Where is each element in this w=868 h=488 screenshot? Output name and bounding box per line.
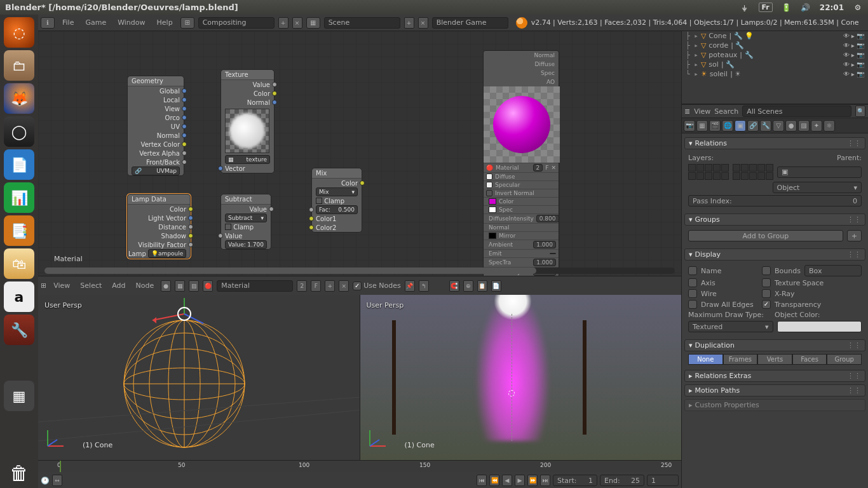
material-browse-icon[interactable]: 🔴: [203, 280, 213, 292]
system-settings-icon[interactable]: 🔧: [4, 315, 34, 345]
snap-icon[interactable]: 🧲: [449, 280, 459, 292]
steam-icon[interactable]: ◯: [4, 116, 34, 147]
view3d-right[interactable]: User Persp (1) Cone ▣ View Select Add Ob…: [360, 295, 682, 488]
tab-physics-icon[interactable]: ⚛: [824, 120, 835, 132]
panel-custom-props[interactable]: ▸Custom Properties: [684, 399, 865, 411]
panel-duplication[interactable]: ▾Duplication⋮⋮: [684, 339, 865, 351]
scene-select[interactable]: Scene: [324, 17, 400, 29]
check-wire[interactable]: [688, 289, 697, 298]
tab-render-layers-icon[interactable]: ▦: [696, 120, 708, 132]
trash-icon[interactable]: 🗑: [4, 458, 34, 488]
node-output[interactable]: Normal Diffuse Spec AO 🔴Material2F✕ Diff…: [483, 50, 559, 276]
tab-particles-icon[interactable]: ✦: [811, 120, 822, 132]
material-users[interactable]: 2: [297, 280, 307, 292]
screen-delete-button[interactable]: ×: [292, 17, 302, 29]
check-xray[interactable]: [762, 289, 771, 298]
scene-add-button[interactable]: +: [404, 17, 414, 29]
jump-start-icon[interactable]: ⏮: [477, 475, 487, 486]
node-subtract[interactable]: Subtract Value Subtract▾ Clamp Value Val…: [220, 194, 271, 250]
menu-file[interactable]: File: [58, 18, 78, 27]
wifi-icon[interactable]: ⏚: [740, 3, 750, 12]
shader-type-icon[interactable]: ●: [161, 280, 171, 292]
keyboard-layout[interactable]: Fr: [759, 3, 773, 12]
unlink-button[interactable]: ×: [339, 280, 349, 292]
menu-add[interactable]: Add: [109, 281, 128, 290]
node-title[interactable]: Geometry: [128, 76, 184, 86]
panel-relations-extras[interactable]: ▸Relations Extras⋮⋮: [684, 370, 865, 382]
blend-op[interactable]: Mix▾: [316, 187, 358, 196]
menu-help[interactable]: Help: [153, 18, 177, 27]
impress-icon[interactable]: 📑: [4, 215, 34, 246]
tab-object-icon[interactable]: ▣: [735, 120, 746, 132]
texture-select[interactable]: ▦texture: [225, 155, 270, 164]
sync-icon[interactable]: ↔: [52, 475, 62, 486]
node-texture[interactable]: Texture Value Color Normal ▦texture Vect…: [220, 69, 275, 173]
viewport-canvas[interactable]: User Persp (1) Cone: [360, 295, 682, 471]
panel-relations[interactable]: ▾Relations⋮⋮: [684, 137, 865, 149]
scene-delete-button[interactable]: ×: [418, 17, 428, 29]
amazon-icon[interactable]: a: [4, 281, 34, 312]
node-canvas[interactable]: Geometry Global Local View Orco UV Norma…: [38, 31, 681, 276]
layers-grid[interactable]: [688, 164, 729, 180]
paste-nodes-icon[interactable]: 📄: [491, 280, 501, 292]
copy-nodes-icon[interactable]: 📋: [477, 280, 487, 292]
panel-display[interactable]: ▾Display⋮⋮: [684, 248, 865, 261]
check-axis[interactable]: [688, 278, 697, 287]
check-texspace[interactable]: [762, 278, 771, 287]
tab-scene-icon[interactable]: 🎬: [709, 120, 721, 132]
step-fwd-icon[interactable]: ⏩: [527, 475, 538, 486]
tab-world-icon[interactable]: 🌐: [722, 120, 733, 132]
pin-icon[interactable]: 📌: [405, 280, 415, 292]
node-editor[interactable]: Geometry Global Local View Orco UV Norma…: [38, 31, 681, 295]
menu-select[interactable]: Select: [77, 281, 105, 290]
check-drawedges[interactable]: [688, 300, 697, 309]
check-transparency[interactable]: [762, 300, 771, 309]
layers-grid[interactable]: [733, 164, 773, 180]
firefox-icon[interactable]: 🦊: [4, 83, 34, 114]
panel-motion-paths[interactable]: ▸Motion Paths⋮⋮: [684, 384, 865, 396]
texture-type-icon[interactable]: ▨: [189, 280, 199, 292]
writer-icon[interactable]: 📄: [4, 149, 34, 180]
add-to-group-button[interactable]: Add to Group: [688, 230, 843, 241]
properties-body[interactable]: ▾Relations⋮⋮ Layers:Parent: ▣ Object▾ Pa…: [682, 133, 868, 488]
start-frame[interactable]: Start:1: [553, 475, 597, 486]
duplication-buttons[interactable]: None Frames Verts Faces Group: [688, 354, 862, 365]
current-frame[interactable]: 1: [647, 475, 679, 486]
horizontal-scrollbar[interactable]: [44, 268, 675, 274]
max-draw-type[interactable]: Textured▾: [688, 321, 773, 332]
screen-browse-icon[interactable]: ⊞: [180, 17, 194, 29]
scene-browse-icon[interactable]: ▦: [306, 17, 320, 29]
compositing-type-icon[interactable]: ▦: [175, 280, 185, 292]
uvmap-field[interactable]: 🔗UVMap: [132, 166, 180, 175]
volume-icon[interactable]: 🔊: [801, 3, 811, 12]
tab-render-icon[interactable]: 📷: [684, 120, 695, 132]
software-center-icon[interactable]: 🛍: [4, 248, 34, 279]
outliner-item[interactable]: ├ ▸▽poteaux| 🔧👁 ▸ 📷: [682, 50, 868, 60]
node-geometry[interactable]: Geometry Global Local View Orco UV Norma…: [127, 76, 184, 176]
playhead[interactable]: [60, 461, 61, 472]
dash-icon[interactable]: ◌: [4, 17, 34, 48]
screen-add-button[interactable]: +: [278, 17, 288, 29]
tab-data-icon[interactable]: ▽: [773, 120, 784, 132]
outliner-item[interactable]: ├ ▸▽corde| 🔧👁 ▸ 📷: [682, 41, 868, 50]
check-name[interactable]: [688, 266, 697, 275]
material-select[interactable]: Material: [217, 280, 293, 292]
files-icon[interactable]: 🗀: [4, 50, 34, 81]
check-bounds[interactable]: [762, 266, 771, 275]
calc-icon[interactable]: 📊: [4, 182, 34, 213]
outliner-filter[interactable]: All Scenes: [742, 105, 851, 117]
node-mix[interactable]: Mix Color Mix▾ Clamp Fac:0.500 Color1 Co…: [311, 168, 362, 233]
filter-icon[interactable]: 🔍: [855, 105, 865, 117]
add-button[interactable]: +: [325, 280, 335, 292]
outliner-item[interactable]: ├ ▸▽Cone| 🔧 💡👁 ▸ 📷: [682, 31, 868, 41]
app-icon[interactable]: ▦: [4, 381, 34, 411]
settings-gear-icon[interactable]: ⚙: [853, 3, 863, 12]
menu-view[interactable]: View: [50, 281, 73, 290]
outliner-item[interactable]: ├ ▸▽sol| 🔧👁 ▸ 📷: [682, 60, 868, 69]
add-group-plus[interactable]: +: [847, 230, 862, 241]
timeline-ruler[interactable]: 0 50 100 150 200 250: [38, 461, 681, 472]
end-frame[interactable]: End:25: [600, 475, 644, 486]
menu-game[interactable]: Game: [81, 18, 110, 27]
editor-type-icon[interactable]: ℹ: [41, 17, 55, 29]
play-reverse-icon[interactable]: ◀: [502, 475, 512, 486]
